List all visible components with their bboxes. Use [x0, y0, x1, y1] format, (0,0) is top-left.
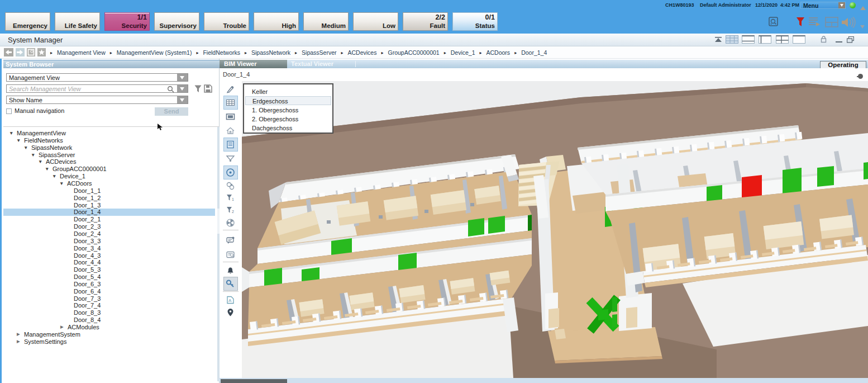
- svg-text:A: A: [228, 298, 232, 303]
- svg-text:1: 1: [232, 197, 234, 201]
- svg-text:2: 2: [232, 210, 234, 214]
